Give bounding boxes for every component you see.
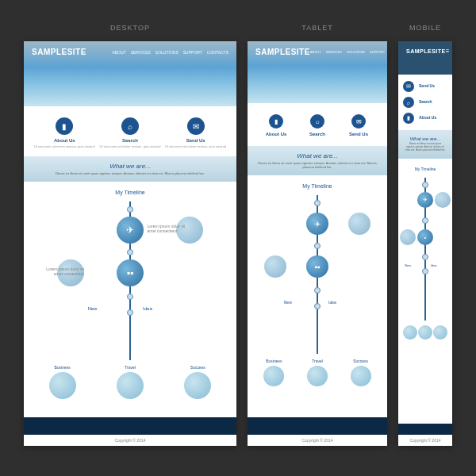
mail-icon[interactable]: ✉ bbox=[187, 117, 205, 135]
nav-item[interactable]: SOLUTIONS bbox=[155, 50, 178, 55]
what-desc: Donec eu libero sit amet quam egestas se… bbox=[30, 171, 230, 175]
biz-label: Business bbox=[49, 365, 76, 370]
logo[interactable]: SAMPLESITE bbox=[32, 48, 86, 56]
what-title: What we are... bbox=[30, 163, 230, 170]
feature-desc: Ut wisi enim ad minim veniam, quis nostr… bbox=[98, 144, 163, 148]
feature-title: About Us bbox=[32, 138, 98, 143]
label-tablet: TABLET bbox=[301, 24, 332, 32]
label-desktop: DESKTOP bbox=[110, 24, 150, 32]
airplane-icon: ✈ bbox=[117, 217, 144, 244]
nav-item[interactable]: SERVICES bbox=[131, 50, 151, 55]
footer-bar bbox=[24, 417, 236, 435]
hero: SAMPLESITE ABOUT SERVICES SOLUTIONS SUPP… bbox=[24, 41, 236, 106]
nav-item[interactable]: ABOUT bbox=[112, 50, 125, 55]
nav: ABOUT SERVICES SOLUTIONS SUPPORT CONTACT… bbox=[112, 50, 228, 55]
chart-icon: ▪▪ bbox=[117, 259, 144, 286]
logo[interactable]: SAMPLESITE bbox=[406, 48, 446, 54]
mail-icon[interactable]: ✉ bbox=[403, 81, 414, 92]
feature-desc: Ut wisi enim ad minim veniam, quis nostr… bbox=[163, 144, 228, 148]
book-icon[interactable]: ▮ bbox=[269, 114, 283, 129]
feature-title: Send Us bbox=[163, 138, 228, 143]
book-icon[interactable]: ▮ bbox=[403, 113, 414, 124]
biz-label: Success bbox=[184, 365, 211, 370]
timeline-title: My Timeline bbox=[24, 190, 236, 195]
mobile-mockup: SAMPLESITE≡ ✉Send Us ⌕Search ▮About Us W… bbox=[398, 41, 452, 446]
tablet-mockup: SAMPLESITEABOUTSERVICESSOLUTIONSSUPPORTC… bbox=[248, 41, 387, 446]
label-idea: Idea bbox=[143, 306, 152, 311]
biz-circle bbox=[117, 372, 144, 399]
mail-icon[interactable]: ✉ bbox=[351, 114, 366, 129]
nav-item[interactable]: SUPPORT bbox=[183, 50, 202, 55]
biz-circle bbox=[184, 372, 211, 399]
search-icon[interactable]: ⌕ bbox=[121, 117, 139, 135]
desktop-mockup: SAMPLESITE ABOUT SERVICES SOLUTIONS SUPP… bbox=[24, 41, 236, 446]
nav-item[interactable]: CONTACTS bbox=[207, 50, 228, 55]
label-new: New bbox=[87, 306, 97, 311]
label-mobile: MOBILE bbox=[409, 24, 441, 32]
biz-circle bbox=[49, 372, 76, 399]
feature-desc: Ut wisi enim ad minim veniam, quis nostr… bbox=[32, 144, 98, 148]
search-icon[interactable]: ⌕ bbox=[403, 97, 414, 108]
logo[interactable]: SAMPLESITE bbox=[255, 48, 310, 56]
menu-icon[interactable]: ≡ bbox=[446, 48, 450, 55]
biz-label: Travel bbox=[117, 365, 144, 370]
book-icon[interactable]: ▮ bbox=[56, 117, 73, 135]
feature-title: Search bbox=[98, 138, 163, 143]
search-icon[interactable]: ⌕ bbox=[310, 114, 324, 129]
copyright: Copyright © 2014 bbox=[24, 435, 236, 446]
